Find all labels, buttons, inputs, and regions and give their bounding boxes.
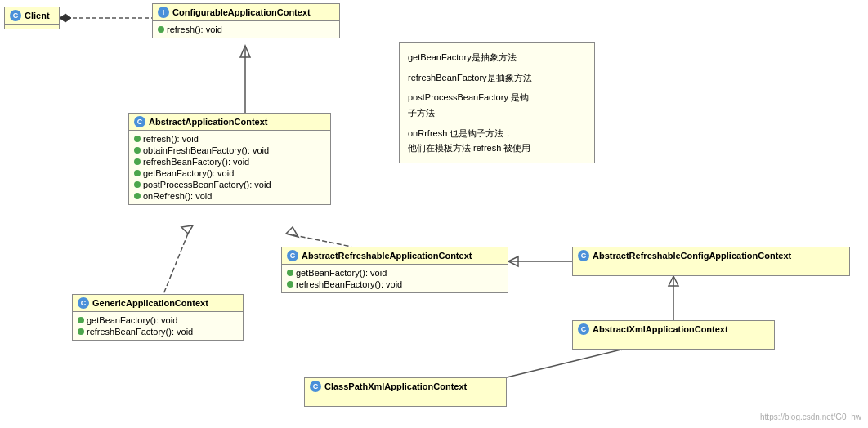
axc-label: AbstractXmlApplicationContext [593,324,728,334]
gen-mt1: getBeanFactory(): void [87,315,177,325]
svg-marker-7 [181,225,193,234]
ar-dot1 [287,270,293,276]
method-obtain: obtainFreshBeanFactory(): void [134,145,325,156]
svg-line-4 [286,234,351,247]
mt4: getBeanFactory(): void [143,168,234,178]
mt1: refresh(): void [143,134,199,144]
classpath-xml-box: C ClassPathXmlApplicationContext [304,377,507,407]
svg-marker-9 [508,256,518,266]
client-icon: C [10,10,21,21]
dot5 [134,181,141,188]
abstract-refreshable-config-header: C AbstractRefreshableConfigApplicationCo… [573,247,849,264]
arc-label: AbstractRefreshableConfigApplicationCont… [593,251,791,261]
generic-icon: C [78,297,89,309]
configurable-icon: I [158,7,169,18]
configurable-app-ctx-box: I ConfigurableApplicationContext refresh… [152,3,340,38]
configurable-app-ctx-header: I ConfigurableApplicationContext [153,4,339,21]
method-text: refresh(): void [167,25,222,34]
mt5: postProcessBeanFactory(): void [143,180,271,189]
gen-method2: refreshBeanFactory(): void [78,326,238,337]
client-label: Client [25,11,50,20]
method-refreshbf: refreshBeanFactory(): void [134,156,325,167]
mt6: onRefresh(): void [143,191,212,201]
dot6 [134,193,141,199]
abstract-app-ctx-header: C AbstractApplicationContext [129,114,330,131]
gen-dot1 [78,317,84,323]
method-dot [158,26,164,33]
svg-line-6 [163,234,188,294]
svg-marker-11 [669,276,678,286]
method-line: refresh(): void [158,24,334,35]
note-line-4: onRrfresh 也是钩子方法，他们在模板方法 refresh 被使用 [408,126,586,156]
svg-line-12 [507,350,621,377]
mt2: obtainFreshBeanFactory(): void [143,145,269,155]
note-line-1: getBeanFactory是抽象方法 [408,50,586,65]
method-onrefresh: onRefresh(): void [134,190,325,202]
client-box: C Client [4,7,60,29]
client-header: C Client [5,7,59,25]
abstract-label: AbstractApplicationContext [149,117,267,127]
abstract-refreshable-header: C AbstractRefreshableApplicationContext [282,247,508,265]
ar-method2: refreshBeanFactory(): void [287,279,503,290]
abstract-xml-box: C AbstractXmlApplicationContext [572,320,775,350]
abstract-refreshable-icon: C [287,250,298,261]
generic-header: C GenericApplicationContext [73,295,243,312]
ar-method1: getBeanFactory(): void [287,267,503,279]
ar-mt2: refreshBeanFactory(): void [296,279,402,289]
ar-mt1: getBeanFactory(): void [296,268,387,278]
method-refresh: refresh(): void [134,133,325,145]
svg-marker-1 [60,14,71,22]
generic-label: GenericApplicationContext [92,298,208,308]
abstract-body: refresh(): void obtainFreshBeanFactory()… [129,131,330,204]
cxc-icon: C [310,381,321,392]
gen-dot2 [78,328,84,335]
axc-icon: C [578,323,589,335]
configurable-label: ConfigurableApplicationContext [172,7,311,17]
gen-method1: getBeanFactory(): void [78,314,238,326]
generic-app-ctx-box: C GenericApplicationContext getBeanFacto… [72,294,244,341]
dot2 [134,147,141,154]
abstract-refreshable-box: C AbstractRefreshableApplicationContext … [281,247,508,293]
dot1 [134,136,141,142]
dot3 [134,158,141,165]
note-line-3: postProcessBeanFactory 是钩子方法 [408,90,586,120]
watermark: https://blog.csdn.net/G0_hw [760,412,861,421]
svg-marker-5 [286,227,298,237]
cxc-label: ClassPathXmlApplicationContext [324,381,467,391]
abstract-app-ctx-box: C AbstractApplicationContext refresh(): … [128,113,331,205]
method-getbf: getBeanFactory(): void [134,167,325,179]
mt3: refreshBeanFactory(): void [143,157,249,167]
generic-body: getBeanFactory(): void refreshBeanFactor… [73,312,243,340]
note-line-2: refreshBeanFactory是抽象方法 [408,70,586,86]
dot4 [134,170,141,176]
configurable-body: refresh(): void [153,21,339,38]
classpath-xml-header: C ClassPathXmlApplicationContext [305,378,506,395]
gen-mt2: refreshBeanFactory(): void [87,327,193,337]
arc-icon: C [578,250,589,261]
note-box: getBeanFactory是抽象方法 refreshBeanFactory是抽… [399,42,595,163]
abstract-refreshable-label: AbstractRefreshableApplicationContext [302,251,472,261]
method-postprocess: postProcessBeanFactory(): void [134,179,325,190]
abstract-refreshable-config-box: C AbstractRefreshableConfigApplicationCo… [572,247,850,276]
ar-dot2 [287,281,293,288]
abstract-refreshable-body: getBeanFactory(): void refreshBeanFactor… [282,265,508,292]
abstract-xml-header: C AbstractXmlApplicationContext [573,321,774,337]
diagram-container: C Client I ConfigurableApplicationContex… [0,0,868,428]
abstract-icon: C [134,116,145,127]
svg-marker-3 [240,46,250,57]
